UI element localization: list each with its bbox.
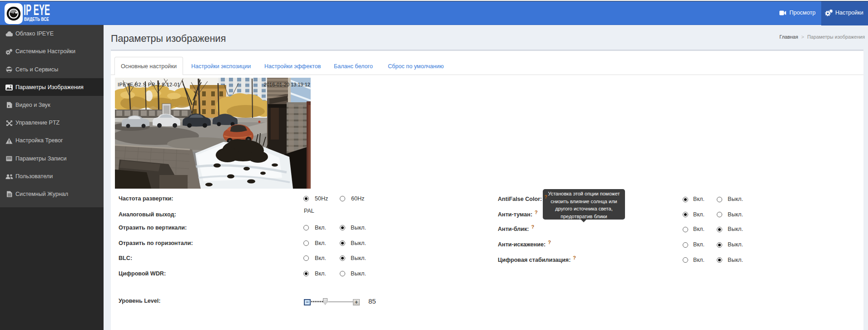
svg-text:2016-01-20 13:19:12: 2016-01-20 13:19:12 [264, 82, 310, 87]
svg-text:IPEYE B2.S PR-2.8-12-01: IPEYE B2.S PR-2.8-12-01 [118, 82, 180, 87]
